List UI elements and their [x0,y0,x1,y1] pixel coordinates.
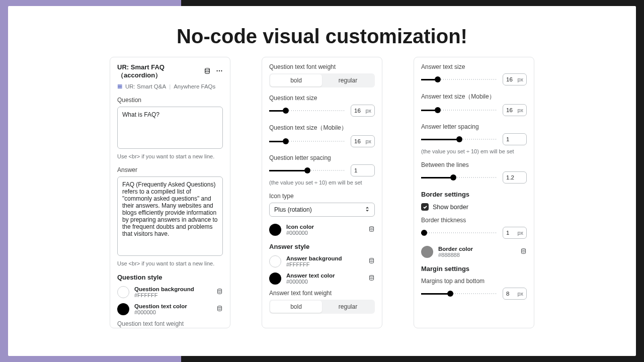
a-size-slider[interactable] [421,76,498,83]
a-ls-label: Answer letter spacing [421,123,527,130]
link-icon[interactable] [216,288,223,296]
answer-input[interactable] [117,176,223,256]
color-hex: #000000 [134,309,211,315]
seg-regular-button[interactable]: regular [322,74,374,86]
more-icon[interactable] [216,67,223,76]
color-hex: #FFFFFF [286,261,363,267]
icon-type-label: Icon type [269,193,375,200]
color-name: Answer background [286,255,363,261]
swatch-black-icon [117,303,129,315]
breadcrumb-divider: | [169,83,171,89]
answer-style-title: Answer style [269,243,375,250]
color-hex: #FFFFFF [134,292,211,298]
a-size-label: Answer text size [421,63,527,70]
svg-point-8 [369,276,373,277]
breadcrumb-app: UR: Smart Q&A [125,83,166,89]
checkbox-checked-icon[interactable] [421,203,429,211]
svg-point-5 [217,306,221,308]
show-border-label: Show border [433,204,468,211]
color-name: Icon color [286,224,363,230]
svg-point-0 [205,68,210,70]
margin-input[interactable]: 8px [503,288,527,300]
ls-hint: (the value you set ÷ 10) em will be set [269,179,375,186]
hero-title: No-code visual customization! [8,6,636,57]
q-size-label: Question text size [269,95,375,102]
app-icon: ▦ [117,83,122,89]
a-size-m-input[interactable]: 16px [503,104,527,116]
lines-label: Between the lines [421,161,527,168]
color-hex: #888888 [438,252,515,258]
seg-bold-button[interactable]: bold [270,301,322,313]
swatch-black-icon [269,273,281,285]
a-weight-label: Answer text font weight [269,290,375,297]
answer-text-color-row[interactable]: Answer text color #000000 [269,273,375,285]
question-bg-color-row[interactable]: Question background #FFFFFF [117,286,223,298]
link-icon[interactable] [368,257,375,265]
panel-question-answer: UR: Smart FAQ（accordion） ▦ UR: Smart Q&A… [110,57,230,328]
border-settings-title: Border settings [421,191,527,198]
border-thick-input[interactable]: 1px [503,227,527,239]
q-ls-slider[interactable] [269,167,346,174]
swatch-gray-icon [421,246,433,258]
answer-hint: Use <br> if you want to start a new line… [117,260,223,266]
answer-bg-color-row[interactable]: Answer background #FFFFFF [269,255,375,267]
a-size-input[interactable]: 16px [503,73,527,85]
svg-point-7 [369,258,373,260]
lines-slider[interactable] [421,174,498,181]
panels-row: UR: Smart FAQ（accordion） ▦ UR: Smart Q&A… [8,57,636,328]
q-size-input[interactable]: 16px [351,105,375,117]
panel-answer-border-margin: Answer text size 16px Answer text size（M… [414,57,534,328]
q-size-slider[interactable] [269,107,346,114]
a-ls-slider[interactable] [421,136,498,143]
svg-point-6 [369,227,373,228]
q-weight-label: Question text font weight [269,63,375,70]
a-size-m-slider[interactable] [421,107,498,114]
content-card: No-code visual customization! UR: Smart … [8,6,636,356]
a-size-m-label: Answer text size（Mobile） [421,93,527,101]
q-size-m-input[interactable]: 16px [351,135,375,147]
q-ls-label: Question letter spacing [269,154,375,161]
chevron-updown-icon [365,206,370,213]
margin-slider[interactable] [421,290,498,297]
show-border-row[interactable]: Show border [421,203,527,211]
ls-hint: (the value you set ÷ 10) em will be set [421,148,527,154]
icon-type-select[interactable]: Plus (rotation) [269,203,375,217]
seg-regular-button[interactable]: regular [322,301,374,313]
dynamic-source-icon[interactable] [204,67,211,76]
link-icon[interactable] [368,275,375,283]
answer-label: Answer [117,166,223,173]
link-icon[interactable] [216,305,223,313]
breadcrumb-section: Anywhere FAQs [174,83,215,89]
svg-point-2 [219,70,220,71]
color-name: Border color [438,246,515,252]
question-label: Question [117,97,223,104]
q-ls-input[interactable]: 1 [351,164,375,176]
a-weight-segmented: bold regular [269,300,375,314]
color-name: Question text color [134,303,211,309]
swatch-white-icon [117,286,129,298]
q-size-m-label: Question text size（Mobile） [269,124,375,132]
question-input[interactable] [117,107,223,149]
margin-label: Margins top and bottom [421,278,527,285]
swatch-black-icon [269,224,281,236]
q-size-m-slider[interactable] [269,138,346,145]
border-color-row[interactable]: Border color #888888 [421,246,527,258]
question-text-color-row[interactable]: Question text color #000000 [117,303,223,315]
seg-bold-button[interactable]: bold [270,74,322,86]
color-name: Answer text color [286,273,363,279]
panel-question-typography: Question text font weight bold regular Q… [262,57,382,328]
icon-color-row[interactable]: Icon color #000000 [269,224,375,236]
breadcrumb: ▦ UR: Smart Q&A | Anywhere FAQs [117,83,223,89]
swatch-white-icon [269,255,281,267]
border-thick-label: Border thickness [421,217,527,224]
lines-input[interactable]: 1.2 [503,171,527,184]
svg-point-9 [521,249,525,250]
question-hint: Use <br> if you want to start a new line… [117,153,223,159]
color-hex: #000000 [286,230,363,236]
border-thick-slider[interactable] [421,229,498,236]
question-weight-label-cut: Question text font weight [117,320,223,327]
link-icon[interactable] [520,248,527,256]
margin-settings-title: Margin settings [421,265,527,273]
a-ls-input[interactable]: 1 [503,133,527,145]
link-icon[interactable] [368,226,375,234]
